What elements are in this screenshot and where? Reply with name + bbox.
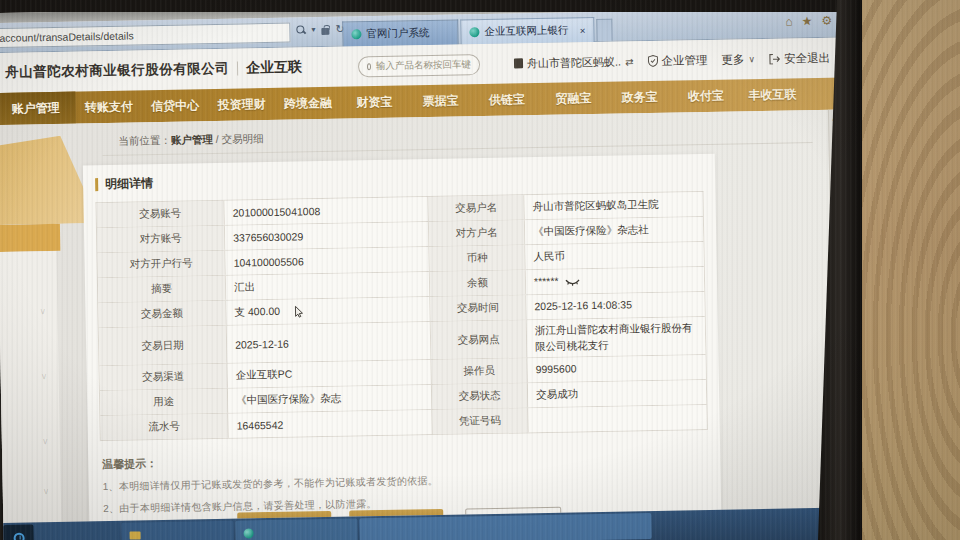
exit-icon: [769, 53, 780, 64]
breadcrumb-section[interactable]: 账户管理: [171, 133, 213, 146]
nav-item-shoufubao[interactable]: 收付宝: [673, 79, 740, 112]
field-value: 人民币: [525, 242, 703, 269]
product-search-input[interactable]: 输入产品名称按回车键: [358, 54, 480, 77]
nav-item-invest[interactable]: 投资理财: [208, 88, 275, 121]
chevron-down-icon: ∨: [748, 54, 755, 64]
favorites-star-icon[interactable]: ★: [802, 14, 813, 28]
taskbar-item[interactable]: [121, 521, 233, 540]
field-value: 汇出: [226, 272, 430, 300]
folder-icon: [130, 531, 141, 539]
user-name: 舟山市普陀区蚂蚁..: [527, 54, 621, 71]
nav-item-maorongbao[interactable]: 贸融宝: [540, 82, 607, 115]
more-label: 更多: [721, 52, 744, 67]
nav-item-transfer[interactable]: 转账支付: [75, 90, 142, 123]
start-button[interactable]: [3, 524, 33, 540]
field-label: 交易户名: [428, 195, 524, 221]
address-bar[interactable]: account/transaDetails/details: [0, 23, 291, 48]
field-label: 操作员: [431, 358, 527, 384]
detail-card: 明细详情 交易账号 201000015041008 交易户名 舟山市普陀区蚂蚁岛…: [83, 154, 722, 523]
field-value: 《中国医疗保险》杂志: [228, 385, 432, 413]
nav-item-zhengwubao[interactable]: 政务宝: [606, 81, 673, 114]
field-label: 交易账号: [97, 201, 225, 227]
taskbar-item[interactable]: [235, 518, 357, 540]
browser-tab-ebank-active[interactable]: 企业互联网上银行 ×: [460, 17, 594, 44]
shield-check-icon: [647, 55, 657, 67]
tab-close-icon[interactable]: ×: [579, 25, 585, 36]
field-value: 《中国医疗保险》杂志社: [525, 217, 703, 244]
dropdown-caret-icon[interactable]: ▾: [311, 25, 315, 34]
taskbar-active-window[interactable]: [359, 513, 651, 540]
taskbar-item[interactable]: [35, 523, 119, 540]
field-label: 对方账号: [97, 226, 225, 252]
breadcrumb: 当前位置：账户管理 / 交易明细: [118, 132, 263, 149]
tab-favicon: [351, 29, 361, 39]
search-icon: [367, 63, 371, 70]
header-divider: [237, 62, 238, 76]
nav-item-gonglianbao[interactable]: 供链宝: [474, 83, 541, 116]
field-label: 凭证号码: [432, 408, 528, 434]
nav-item-credit[interactable]: 信贷中心: [142, 89, 209, 122]
monitor-screen: account/transaDetails/details ▾ ↻ 官网门户系统…: [0, 0, 854, 540]
field-value: 16465542: [228, 410, 432, 438]
browser-action-icons: ⌂ ★ ⚙: [785, 14, 832, 29]
field-label: 交易状态: [432, 383, 528, 409]
lock-icon: [321, 27, 329, 34]
field-value-masked-balance: ******: [526, 267, 704, 294]
company-icon: [514, 58, 523, 68]
logout-button[interactable]: 安全退出: [769, 50, 830, 66]
enterprise-manage-link[interactable]: 企业管理: [647, 52, 707, 68]
field-label: 交易网点: [431, 320, 528, 359]
field-label: 流水号: [100, 414, 228, 440]
eye-off-icon[interactable]: [564, 277, 579, 286]
nav-item-caizibao[interactable]: 财资宝: [341, 85, 408, 118]
nav-item-piaojubao[interactable]: 票据宝: [407, 84, 474, 117]
field-value-amount: 支 400.00: [226, 297, 430, 325]
nav-item-account-manage[interactable]: 账户管理: [0, 92, 76, 125]
nav-item-fengshou[interactable]: 丰收互联: [739, 78, 806, 111]
tab-label: 官网门户系统: [366, 26, 429, 41]
field-label: 对方开户行号: [97, 251, 225, 277]
bank-name: 舟山普陀农村商业银行股份有限公司: [5, 60, 229, 82]
search-icon[interactable]: [296, 25, 305, 34]
breadcrumb-prefix: 当前位置：: [118, 134, 171, 147]
left-gold-band: [0, 224, 60, 252]
nav-item-crossborder[interactable]: 跨境金融: [274, 87, 341, 120]
field-value: 104100005506: [225, 247, 429, 275]
chevron-down-icon: ∨: [43, 486, 50, 496]
new-tab-button[interactable]: [596, 19, 612, 41]
breadcrumb-current: 交易明细: [222, 132, 264, 145]
tab-favicon: [469, 27, 479, 37]
browser-globe-icon: [243, 528, 253, 538]
photo-of-monitor: account/transaDetails/details ▾ ↻ 官网门户系统…: [0, 0, 960, 540]
chevron-down-icon: ∨: [39, 306, 46, 316]
more-menu[interactable]: 更多 ∨: [721, 52, 755, 68]
field-value: 337656030029: [225, 222, 429, 250]
notice-title: 温馨提示：: [102, 446, 720, 472]
breadcrumb-separator: /: [216, 133, 219, 145]
current-user[interactable]: 舟山市普陀区蚂蚁.. ⇄: [514, 54, 634, 71]
field-value: 9995600: [527, 355, 705, 382]
title-accent-bar: [95, 178, 98, 191]
amount-text: 支 400.00: [234, 305, 280, 320]
clock-icon: [13, 532, 24, 540]
chevron-down-icon: ∨: [42, 436, 49, 446]
field-label: 对方户名: [429, 220, 525, 246]
field-value: 企业互联PC: [227, 360, 431, 388]
detail-table: 交易账号 201000015041008 交易户名 舟山市普陀区蚂蚁岛卫生院 对…: [95, 191, 707, 441]
field-value-status: 交易成功: [528, 380, 706, 407]
browser-tab-portal[interactable]: 官网门户系统: [342, 19, 458, 46]
home-icon[interactable]: ⌂: [785, 14, 793, 28]
settings-gear-icon[interactable]: ⚙: [821, 14, 832, 28]
field-label: 用途: [100, 389, 228, 415]
page-content: ∨ ∨ ∨ ∨ 当前位置：账户管理 / 交易明细 明细详情 交易账号: [0, 109, 853, 523]
field-value: 201000015041008: [224, 197, 428, 225]
notice-line: 1、本明细详情仅用于记账或发货的参考，不能作为记账或者发货的依据。: [103, 469, 721, 494]
switch-account-icon[interactable]: ⇄: [625, 56, 634, 67]
field-value: 2025-12-16 14:08:35: [526, 292, 704, 319]
field-value-empty: [528, 405, 706, 432]
field-label: 交易金额: [98, 301, 226, 327]
field-label: 摘要: [98, 276, 226, 302]
mouse-cursor-icon: [294, 305, 303, 318]
card-title: 明细详情: [105, 175, 153, 193]
field-label: 交易日期: [99, 326, 228, 365]
